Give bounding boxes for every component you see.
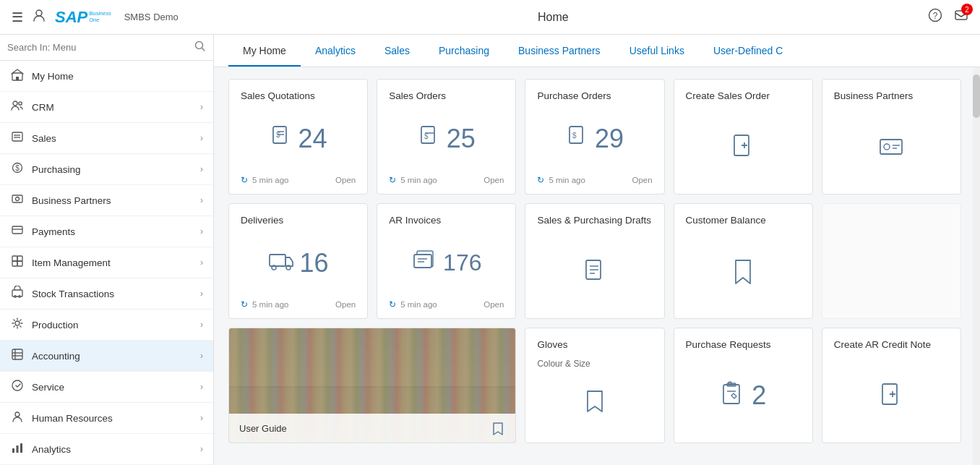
- tile-create-sales-order[interactable]: Create Sales Order: [674, 79, 813, 195]
- sidebar-item-purchasing[interactable]: $ Purchasing ›: [0, 154, 213, 185]
- sidebar-item-payments[interactable]: Payments ›: [0, 216, 213, 247]
- tab-purchasing[interactable]: Purchasing: [424, 35, 504, 67]
- sidebar-item-item-management[interactable]: Item Management ›: [0, 247, 213, 278]
- chevron-right-icon: ›: [200, 133, 203, 143]
- sales-icon: [10, 130, 25, 146]
- tile-ar-invoices[interactable]: AR Invoices 176 ↻ 5 min ago Open: [377, 203, 516, 319]
- tile-sales-purchasing-drafts[interactable]: Sales & Purchasing Drafts: [525, 203, 664, 319]
- sidebar-item-label: Stock Transactions: [32, 289, 193, 299]
- tab-user-defined-c[interactable]: User-Defined C: [699, 35, 797, 67]
- tile-purchase-orders[interactable]: Purchase Orders $ 29 ↻ 5 min ago Open: [525, 79, 664, 195]
- human-resources-icon: [10, 410, 25, 426]
- tile-title: Deliveries: [241, 214, 356, 227]
- tile-body: $ 24: [241, 108, 356, 169]
- svg-text:?: ?: [933, 11, 938, 21]
- scrollbar-thumb[interactable]: [973, 74, 980, 118]
- tile-create-ar-credit-note[interactable]: Create AR Credit Note: [822, 328, 961, 443]
- bookmark-icon: [582, 388, 608, 414]
- purchasing-icon: $: [10, 161, 25, 177]
- sidebar-item-accounting[interactable]: Accounting ›: [0, 341, 213, 372]
- tile-footer-time: 5 min ago: [549, 176, 585, 184]
- svg-rect-35: [17, 445, 19, 453]
- sidebar-item-production[interactable]: Production ›: [0, 310, 213, 341]
- main-layout: My Home CRM › Sales › $ Purch: [0, 35, 980, 465]
- tile-user-guide[interactable]: User Guide: [228, 328, 516, 443]
- chevron-right-icon: ›: [200, 102, 203, 112]
- bookmark-small-icon: [491, 421, 505, 435]
- tile-gloves[interactable]: Gloves Colour & Size: [525, 328, 664, 443]
- document-money-icon: $: [270, 124, 293, 153]
- sidebar-item-crm[interactable]: CRM ›: [0, 92, 213, 123]
- svg-point-58: [884, 144, 890, 150]
- svg-text:$: $: [424, 132, 429, 140]
- tile-title: Gloves: [537, 338, 652, 351]
- sidebar-item-label: Item Management: [32, 257, 193, 268]
- search-icon[interactable]: [194, 40, 206, 54]
- tab-my-home[interactable]: My Home: [228, 35, 301, 67]
- svg-point-18: [16, 197, 20, 201]
- tile-footer-time: 5 min ago: [252, 176, 289, 184]
- tile-empty: [822, 203, 961, 319]
- tile-body: 176: [389, 233, 504, 294]
- tab-useful-links[interactable]: Useful Links: [615, 35, 699, 67]
- sap-logo: SAP Business One: [55, 8, 111, 27]
- sidebar-item-service[interactable]: Service ›: [0, 372, 213, 403]
- business-partners-icon: [10, 192, 25, 208]
- refresh-icon: ↻: [241, 299, 248, 310]
- tab-sales[interactable]: Sales: [370, 35, 424, 67]
- tile-body: 2: [686, 357, 801, 434]
- menu-toggle-icon[interactable]: ☰: [12, 9, 23, 25]
- chevron-right-icon: ›: [200, 257, 203, 268]
- refresh-icon: ↻: [241, 175, 248, 185]
- svg-rect-61: [270, 255, 285, 266]
- svg-point-14: [14, 137, 15, 138]
- scrollbar-track[interactable]: [973, 67, 980, 465]
- svg-rect-36: [20, 443, 22, 453]
- tile-purchase-requests[interactable]: Purchase Requests 2: [674, 328, 813, 443]
- tile-business-partners[interactable]: Business Partners: [822, 79, 961, 195]
- help-icon[interactable]: ?: [928, 8, 942, 26]
- tile-footer: ↻ 5 min ago Open: [241, 299, 356, 310]
- tile-count: 176: [443, 249, 481, 276]
- sidebar-item-analytics[interactable]: Analytics ›: [0, 434, 213, 465]
- tile-subtitle: Colour & Size: [537, 359, 652, 369]
- user-profile-icon[interactable]: [32, 8, 46, 26]
- tile-sales-orders[interactable]: Sales Orders $ 25 ↻ 5 min ago Open: [377, 79, 516, 195]
- tile-customer-balance[interactable]: Customer Balance: [674, 203, 813, 319]
- tab-analytics[interactable]: Analytics: [301, 35, 370, 67]
- svg-rect-34: [12, 448, 14, 453]
- tile-footer-time: 5 min ago: [400, 176, 437, 184]
- tab-business-partners[interactable]: Business Partners: [504, 35, 615, 67]
- svg-rect-19: [12, 226, 22, 234]
- tile-footer: ↻ 5 min ago Open: [389, 175, 504, 185]
- tile-count: 2: [752, 380, 766, 411]
- tile-body: $ 29: [537, 108, 652, 169]
- sidebar-item-label: Accounting: [32, 351, 193, 362]
- tile-deliveries[interactable]: Deliveries 16 ↻ 5 min ago Open: [228, 203, 368, 319]
- card-icon: [877, 132, 906, 161]
- tile-body: [537, 369, 652, 434]
- sidebar-item-business-partners[interactable]: Business Partners ›: [0, 185, 213, 216]
- create-document-plus-icon: [877, 381, 906, 410]
- svg-rect-29: [12, 349, 22, 359]
- sidebar-item-human-resources[interactable]: Human Resources ›: [0, 403, 213, 434]
- svg-point-33: [15, 412, 20, 417]
- sidebar-item-sales[interactable]: Sales ›: [0, 123, 213, 154]
- sidebar-item-label: My Home: [32, 71, 203, 82]
- tile-sales-quotations[interactable]: Sales Quotations $ 24 ↻ 5 min ago Open: [228, 79, 368, 195]
- service-icon: [10, 379, 25, 395]
- tile-footer-status: Open: [335, 300, 356, 309]
- tile-count: 16: [300, 248, 329, 278]
- delivery-truck-icon: [268, 250, 294, 276]
- sidebar-item-my-home[interactable]: My Home: [0, 61, 213, 92]
- sidebar-item-stock-transactions[interactable]: Stock Transactions ›: [0, 278, 213, 310]
- tile-title: Sales Quotations: [241, 90, 356, 103]
- tile-title: Customer Balance: [686, 214, 801, 227]
- bookmark-icon: [728, 257, 757, 286]
- tile-title: Create AR Credit Note: [834, 338, 949, 351]
- tile-body: [834, 108, 949, 185]
- search-input[interactable]: [7, 42, 190, 53]
- tile-footer-status: Open: [335, 176, 356, 184]
- create-document-icon: [728, 132, 757, 161]
- notifications-icon[interactable]: 2: [954, 8, 968, 26]
